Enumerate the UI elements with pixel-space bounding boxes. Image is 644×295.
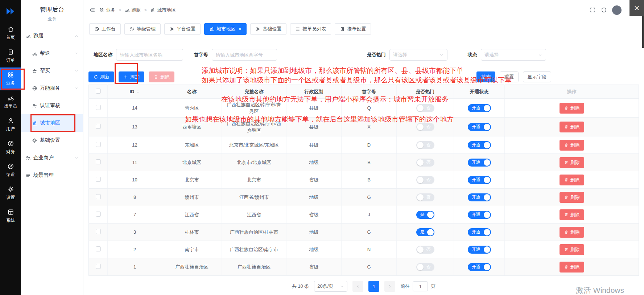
delete-button[interactable]: 删除 bbox=[560, 140, 584, 151]
row-checkbox[interactable] bbox=[96, 246, 101, 251]
delete-button[interactable]: 删除 bbox=[560, 262, 584, 273]
region-name-input[interactable] bbox=[116, 49, 183, 61]
hot-select[interactable]: 请选择 bbox=[389, 49, 447, 61]
rail-item-home[interactable]: 首页 bbox=[0, 22, 21, 45]
goto-page-input[interactable] bbox=[413, 281, 428, 291]
badge-icon[interactable] bbox=[601, 7, 607, 13]
rail-item-settings[interactable]: 设置 bbox=[0, 182, 21, 205]
reset-button[interactable]: 重置 bbox=[500, 71, 519, 82]
status-toggle[interactable]: 开通 bbox=[468, 104, 491, 112]
row-checkbox[interactable] bbox=[96, 177, 101, 182]
close-tab-icon[interactable]: × bbox=[239, 26, 242, 32]
delete-button[interactable]: 删除 bbox=[560, 122, 584, 132]
tab-courier-list[interactable]: 接单员列表 bbox=[290, 23, 331, 35]
tab-workbench[interactable]: 工作台 bbox=[89, 23, 121, 35]
audit-icon bbox=[32, 103, 37, 108]
sidebar-item-city-region[interactable]: 城市地区 bbox=[21, 114, 83, 132]
status-toggle[interactable]: 开通 bbox=[468, 263, 491, 271]
sidebar-item-auth-audit[interactable]: 认证审核 bbox=[21, 97, 83, 114]
select-all-checkbox[interactable] bbox=[96, 89, 101, 94]
rail-item-finance[interactable]: 财务 bbox=[0, 136, 21, 159]
delete-button[interactable]: 删除 bbox=[560, 103, 584, 114]
breadcrumb-item-business[interactable]: 业务 bbox=[99, 7, 115, 13]
tab-city-region[interactable]: 城市地区× bbox=[204, 23, 247, 35]
breadcrumb-item-label: 业务 bbox=[106, 7, 115, 13]
batch-delete-button[interactable]: 删除 bbox=[149, 71, 174, 82]
status-toggle-label: 开通 bbox=[472, 159, 480, 165]
rail-item-users[interactable]: 用户 bbox=[0, 113, 21, 136]
status-toggle[interactable]: 开通 bbox=[468, 176, 491, 184]
refresh-button[interactable]: 刷新 bbox=[88, 71, 114, 82]
show-fields-button[interactable]: 显示字段 bbox=[523, 71, 551, 82]
fullscreen-icon[interactable] bbox=[590, 7, 596, 13]
rail-item-channels[interactable]: 渠道 bbox=[0, 159, 21, 182]
delete-button[interactable]: 删除 bbox=[560, 192, 584, 203]
avatar[interactable] bbox=[612, 5, 622, 15]
add-button[interactable]: 添加 bbox=[119, 71, 144, 82]
hot-toggle[interactable]: 否 bbox=[416, 263, 434, 271]
tab-basic-settings[interactable]: 基础设置 bbox=[250, 23, 286, 35]
row-checkbox[interactable] bbox=[96, 124, 101, 129]
row-checkbox[interactable] bbox=[96, 142, 101, 147]
sidebar-item-universal-service[interactable]: 万能服务 bbox=[21, 79, 83, 97]
hot-toggle[interactable]: 否 bbox=[416, 246, 434, 254]
toggle-knob bbox=[417, 177, 424, 183]
sidebar-item-scene-management[interactable]: 场景管理 bbox=[21, 167, 83, 184]
rail-item-couriers[interactable]: 接单员 bbox=[0, 90, 21, 113]
row-checkbox[interactable] bbox=[96, 229, 101, 234]
status-toggle[interactable]: 开通 bbox=[468, 211, 491, 219]
hot-toggle[interactable]: 否 bbox=[416, 141, 434, 149]
breadcrumb-item-paotui[interactable]: 跑腿 bbox=[125, 7, 141, 13]
hot-toggle[interactable]: 否 bbox=[416, 159, 434, 167]
delete-button[interactable]: 删除 bbox=[560, 227, 584, 238]
row-checkbox[interactable] bbox=[96, 159, 101, 164]
rail-item-system[interactable]: 系统 bbox=[0, 205, 21, 228]
delete-label: 删除 bbox=[570, 124, 580, 130]
collapse-sidebar-icon[interactable] bbox=[89, 7, 95, 13]
sidebar-item-bangsong[interactable]: 帮送 bbox=[21, 45, 83, 62]
row-select-cell bbox=[89, 189, 108, 206]
hot-toggle[interactable]: 否 bbox=[416, 176, 434, 184]
sidebar-item-enterprise-merchant[interactable]: 企业商户 bbox=[21, 149, 83, 167]
row-checkbox[interactable] bbox=[96, 264, 101, 269]
toggle-knob bbox=[417, 105, 424, 111]
sidebar-item-bangmai[interactable]: 帮买 bbox=[21, 62, 83, 79]
status-toggle[interactable]: 开通 bbox=[468, 228, 491, 236]
row-checkbox[interactable] bbox=[96, 212, 101, 217]
sidebar-item-paotui[interactable]: 跑腿 bbox=[21, 27, 83, 45]
hot-toggle[interactable]: 否 bbox=[416, 104, 434, 112]
tab-level-management[interactable]: 等级管理 bbox=[124, 23, 161, 35]
status-toggle[interactable]: 开通 bbox=[468, 159, 491, 167]
sidebar-item-basic-settings[interactable]: 基础设置 bbox=[21, 132, 83, 149]
next-page-button[interactable] bbox=[384, 281, 395, 292]
page-size-select[interactable]: 20条/页 bbox=[314, 281, 347, 292]
status-toggle[interactable]: 开通 bbox=[468, 141, 491, 149]
refresh-label: 刷新 bbox=[100, 74, 110, 80]
sidebar-item-label: 跑腿 bbox=[33, 33, 44, 39]
tab-platform-settings[interactable]: 平台设置 bbox=[164, 23, 201, 35]
status-select[interactable]: 请选择 bbox=[481, 49, 546, 61]
status-toggle[interactable]: 开通 bbox=[468, 123, 491, 131]
rail-item-orders[interactable]: 订单 bbox=[0, 45, 21, 67]
prev-page-button[interactable] bbox=[352, 281, 363, 292]
status-toggle[interactable]: 开通 bbox=[468, 193, 491, 201]
initial-cell: X bbox=[342, 118, 397, 136]
hot-toggle[interactable]: 是 bbox=[416, 211, 434, 219]
row-checkbox[interactable] bbox=[96, 105, 101, 110]
hot-toggle[interactable]: 是 bbox=[416, 228, 434, 236]
hot-toggle[interactable]: 否 bbox=[416, 193, 434, 201]
search-button[interactable]: 搜索 bbox=[476, 71, 495, 82]
current-page[interactable]: 1 bbox=[368, 281, 379, 292]
row-checkbox[interactable] bbox=[96, 194, 101, 199]
rail-item-business[interactable]: 业务 bbox=[0, 67, 21, 90]
delete-button[interactable]: 删除 bbox=[560, 244, 584, 255]
hot-toggle[interactable]: 否 bbox=[416, 123, 434, 131]
initial-input[interactable] bbox=[212, 49, 277, 61]
delete-button[interactable]: 删除 bbox=[560, 157, 584, 168]
window-close-button[interactable]: × bbox=[629, 0, 644, 16]
status-toggle[interactable]: 开通 bbox=[468, 246, 491, 254]
tab-order-settings[interactable]: 接单设置 bbox=[335, 23, 371, 35]
delete-button[interactable]: 删除 bbox=[560, 209, 584, 220]
delete-button[interactable]: 删除 bbox=[560, 175, 584, 185]
breadcrumb-item-city-region[interactable]: 城市地区 bbox=[150, 7, 176, 13]
